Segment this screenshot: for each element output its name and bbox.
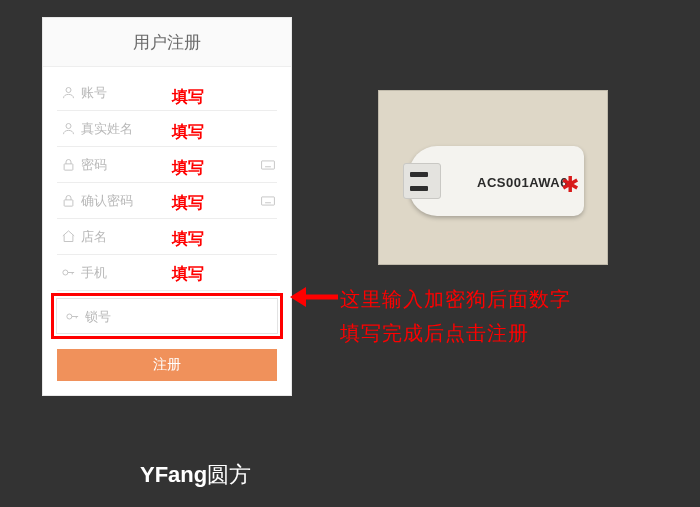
brand: YFang圆方	[140, 460, 251, 490]
keyboard-icon[interactable]	[259, 160, 277, 170]
censor-mark: ✱	[561, 172, 579, 190]
svg-point-0	[66, 88, 71, 93]
note-line-1: 这里输入加密狗后面数字	[340, 286, 571, 313]
arrow-icon	[290, 282, 338, 312]
note-line-2: 填写完成后点击注册	[340, 320, 529, 347]
svg-point-1	[66, 124, 71, 129]
brand-cn: 圆方	[207, 462, 251, 487]
realname-row	[57, 111, 277, 147]
annot-phone: 填写	[172, 264, 204, 285]
register-panel: 用户注册	[42, 17, 292, 396]
svg-rect-9	[64, 200, 73, 206]
annot-confirm: 填写	[172, 193, 204, 214]
usb-hole	[410, 186, 428, 191]
usb-hole	[410, 172, 428, 177]
user-icon	[57, 121, 79, 136]
keyboard-icon[interactable]	[259, 196, 277, 206]
register-button[interactable]: 注册	[57, 349, 277, 381]
brand-en: YFang	[140, 462, 207, 487]
dongle-label: ACS001AWA6	[477, 175, 568, 190]
svg-marker-23	[290, 287, 306, 307]
lock-row	[56, 298, 278, 334]
svg-rect-10	[262, 196, 275, 204]
panel-body: 注册	[43, 67, 291, 395]
key-icon	[57, 265, 79, 280]
annot-account: 填写	[172, 87, 204, 108]
lock-icon	[57, 157, 79, 172]
store-row	[57, 219, 277, 255]
svg-rect-2	[64, 164, 73, 170]
lock-input[interactable]	[83, 309, 273, 324]
account-row	[57, 75, 277, 111]
dongle-body: ACS001AWA6 ✱	[409, 146, 584, 216]
annot-store: 填写	[172, 229, 204, 250]
annot-realname: 填写	[172, 122, 204, 143]
key-icon	[61, 309, 83, 324]
phone-row	[57, 255, 277, 291]
annot-password: 填写	[172, 158, 204, 179]
home-icon	[57, 229, 79, 244]
user-icon	[57, 85, 79, 100]
svg-point-19	[66, 314, 71, 319]
dongle-photo: ACS001AWA6 ✱	[378, 90, 608, 265]
svg-rect-3	[262, 160, 275, 168]
password-input[interactable]	[79, 157, 259, 172]
svg-point-16	[62, 270, 67, 275]
confirm-row	[57, 183, 277, 219]
password-row	[57, 147, 277, 183]
confirm-input[interactable]	[79, 193, 259, 208]
dongle-usb	[403, 163, 441, 199]
panel-title: 用户注册	[43, 18, 291, 67]
lock-icon	[57, 193, 79, 208]
lock-highlight	[51, 293, 283, 339]
